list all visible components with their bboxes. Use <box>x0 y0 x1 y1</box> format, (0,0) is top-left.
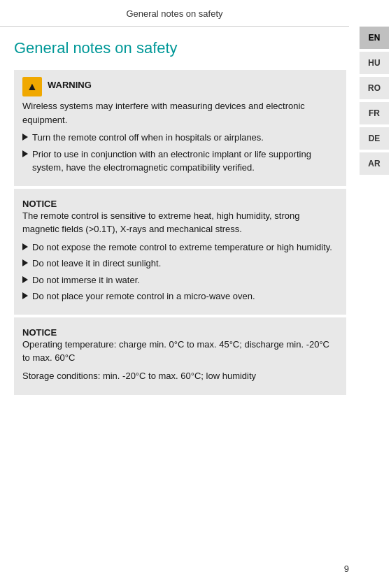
notice-block-1: NOTICE The remote control is sensitive t… <box>14 189 346 315</box>
notice-title-1: NOTICE <box>22 196 338 209</box>
list-item-text: Do not leave it in direct sunlight. <box>32 257 161 271</box>
warning-icon: ▲ <box>22 77 42 96</box>
warning-body: Wireless systems may interfere with meas… <box>22 99 338 127</box>
page-title: General notes on safety <box>14 39 346 57</box>
warning-header: ▲ WARNING <box>22 77 338 96</box>
bullet-icon <box>22 150 28 157</box>
warning-title: WARNING <box>48 77 92 90</box>
notice-block-2: NOTICE Operating temperature: charge min… <box>14 317 346 396</box>
content-area: General notes on safety ▲ WARNING Wirele… <box>0 27 357 412</box>
notice-text: Storage conditions: min. -20°C to max. 6… <box>22 371 256 381</box>
notice-list-1: Do not expose the remote control to extr… <box>22 241 338 303</box>
lang-btn-de[interactable]: DE <box>360 127 389 150</box>
list-item-text: Do not immerse it in water. <box>32 273 140 287</box>
notice-body-1: The remote control is sensitive to extre… <box>22 209 338 236</box>
list-item: Do not place your remote control in a mi… <box>22 289 338 303</box>
bullet-icon <box>22 134 28 141</box>
list-item-text: Do not expose the remote control to extr… <box>32 241 332 254</box>
list-item: Do not leave it in direct sunlight. <box>22 257 338 271</box>
language-sidebar: EN HU RO FR DE AR <box>357 27 391 412</box>
bullet-icon <box>22 259 28 266</box>
main-layout: General notes on safety ▲ WARNING Wirele… <box>0 27 391 412</box>
list-item-text: Turn the remote control off when in hosp… <box>32 131 264 145</box>
list-item: Prior to use in conjunction with an elec… <box>22 148 338 175</box>
warning-block: ▲ WARNING Wireless systems may interfere… <box>14 70 346 186</box>
notice-body-2-line1: Operating temperature: charge min. 0°C t… <box>22 338 338 365</box>
lang-btn-ar[interactable]: AR <box>360 152 389 175</box>
bullet-icon <box>22 292 28 299</box>
lang-btn-fr[interactable]: FR <box>360 102 389 124</box>
list-item-text: Do not place your remote control in a mi… <box>32 289 255 303</box>
page-header: General notes on safety <box>0 0 349 27</box>
page-number: 9 <box>344 564 349 574</box>
notice-title-2: NOTICE <box>22 324 338 338</box>
header-title: General notes on safety <box>126 8 222 19</box>
lang-btn-hu[interactable]: HU <box>360 52 389 74</box>
warning-list: Turn the remote control off when in hosp… <box>22 131 338 175</box>
lang-btn-en[interactable]: EN <box>360 27 389 49</box>
bullet-icon <box>22 243 28 250</box>
bullet-icon <box>22 276 28 283</box>
lang-btn-ro[interactable]: RO <box>360 77 389 99</box>
list-item: Do not expose the remote control to extr… <box>22 241 338 254</box>
list-item: Turn the remote control off when in hosp… <box>22 131 338 145</box>
notice-body-2-line2: Storage conditions: min. -20°C to max. 6… <box>22 369 338 383</box>
notice-text: Operating temperature: charge min. 0°C t… <box>22 339 329 364</box>
list-item: Do not immerse it in water. <box>22 273 338 287</box>
list-item-text: Prior to use in conjunction with an elec… <box>32 148 338 175</box>
